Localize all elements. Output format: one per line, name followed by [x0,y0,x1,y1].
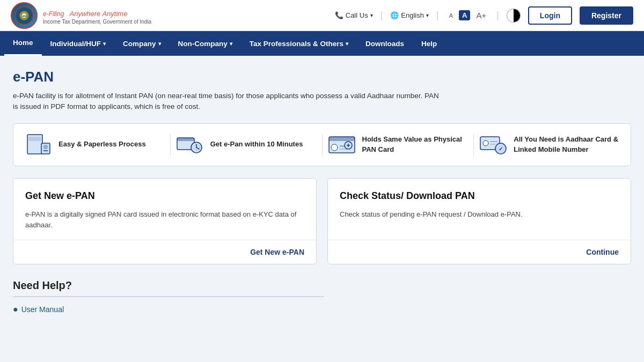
card-get-epan-title: Get New e-PAN [25,190,304,202]
nav-home-label: Home [13,39,33,47]
divider-3: | [496,10,499,21]
nav-bar: Home Individual/HUF ▾ Company ▾ Non-Comp… [0,31,644,56]
user-manual-label: User Manual [21,305,64,314]
feature-speed-text: Get e-Pan within 10 Minutes [210,139,303,149]
nav-tax-caret: ▾ [346,41,348,47]
font-small-button[interactable]: A [447,11,456,20]
register-button[interactable]: Register [580,6,633,25]
font-large-button[interactable]: A+ [473,10,489,21]
pan-card-icon [328,134,356,156]
phone-icon: 📞 [335,11,343,19]
svg-text:भारत: भारत [22,14,27,17]
feature-value-text: Holds Same Value as Physical PAN Card [362,135,469,154]
call-us-caret: ▾ [370,12,373,18]
nav-help[interactable]: Help [413,31,445,56]
nav-company-label: Company [123,40,156,48]
card-get-new-epan: Get New e-PAN e-PAN is a digitally signe… [13,178,317,265]
feature-aadhaar: ✓ All You Need is Aadhaar Card & Linked … [479,134,620,156]
call-us-label: Call Us [346,11,368,19]
logo-efiling-text: e-Filing Anywhere Anytime [43,6,151,19]
nav-company-caret: ▾ [158,41,161,47]
continue-button[interactable]: Continue [586,248,619,256]
svg-point-16 [331,144,338,151]
logo-emblem: भारत [11,2,38,29]
divider-2: | [436,10,439,21]
main-content: e-PAN e-PAN facility is for allotment of… [0,56,644,264]
card-check-status: Check Status/ Download PAN Check status … [327,178,631,265]
svg-rect-24 [490,141,497,142]
feature-aadhaar-text: All You Need is Aadhaar Card & Linked Mo… [514,135,620,154]
svg-rect-25 [490,144,495,145]
nav-non-company-label: Non-Company [178,40,228,48]
get-new-epan-button[interactable]: Get New e-PAN [250,248,304,256]
help-user-manual-link[interactable]: ● User Manual [13,305,631,314]
nav-downloads[interactable]: Downloads [357,31,413,56]
logo-main-text: e-Filing [43,10,64,18]
font-medium-button[interactable]: A [459,10,470,20]
svg-point-7 [43,145,48,149]
lang-caret: ▾ [426,12,429,18]
login-button[interactable]: Login [528,6,572,25]
document-icon [24,134,52,156]
globe-icon: 🌐 [390,11,399,19]
logo-area: भारत e-Filing Anywhere Anytime Income Ta… [11,2,151,29]
divider-1: | [380,10,383,21]
page-title: e-PAN [13,69,631,85]
help-section: Need Help? ● User Manual [0,279,644,325]
feature-value: Holds Same Value as Physical PAN Card [328,134,469,156]
nav-individual-caret: ▾ [103,41,106,47]
svg-text:✓: ✓ [499,146,503,152]
feature-paperless: Easy & Paperless Process [24,134,165,156]
bullet-icon: ● [13,305,18,314]
svg-rect-15 [329,137,355,141]
card-check-status-description: Check status of pending e-PAN request / … [340,209,619,220]
nav-home[interactable]: Home [4,31,42,56]
card-check-status-body: Check Status/ Download PAN Check status … [328,179,631,240]
nav-company[interactable]: Company ▾ [114,31,170,56]
logo-tagline: Anywhere Anytime [69,10,127,18]
feature-divider-3 [473,134,474,156]
clock-card-icon [176,134,204,156]
card-check-status-title: Check Status/ Download PAN [340,190,619,202]
page-description: e-PAN facility is for allotment of Insta… [13,91,442,113]
nav-individual-label: Individual/HUF [50,40,101,48]
svg-rect-5 [28,137,41,141]
aadhaar-icon: ✓ [479,134,507,156]
nav-individual-huf[interactable]: Individual/HUF ▾ [42,31,115,56]
card-check-status-footer: Continue [328,240,631,264]
card-get-epan-body: Get New e-PAN e-PAN is a digitally signe… [13,179,316,240]
nav-non-company-caret: ▾ [230,41,232,47]
nav-help-label: Help [421,40,437,48]
call-us-button[interactable]: 📞 Call Us ▾ [335,11,373,19]
card-get-epan-description: e-PAN is a digitally signed PAN card iss… [25,209,304,232]
logo-subtitle: Income Tax Department, Government of Ind… [43,19,151,25]
feature-speed: Get e-Pan within 10 Minutes [176,134,317,156]
nav-tax-professionals-label: Tax Professionals & Others [250,40,343,48]
features-banner: Easy & Paperless Process Get e-Pan withi… [13,123,631,166]
logo-text: e-Filing Anywhere Anytime Income Tax Dep… [43,6,151,25]
top-right-controls: 📞 Call Us ▾ | 🌐 English ▾ | A A A+ | Log… [335,6,633,25]
language-selector[interactable]: 🌐 English ▾ [390,11,429,19]
feature-divider-1 [170,134,171,156]
nav-tax-professionals[interactable]: Tax Professionals & Others ▾ [241,31,357,56]
help-title: Need Help? [13,279,631,292]
contrast-button[interactable] [507,9,521,23]
nav-non-company[interactable]: Non-Company ▾ [170,31,241,56]
language-label: English [401,11,424,19]
cards-row: Get New e-PAN e-PAN is a digitally signe… [13,178,631,265]
svg-rect-10 [177,138,194,141]
feature-divider-2 [322,134,323,156]
nav-downloads-label: Downloads [365,40,404,48]
card-get-epan-footer: Get New e-PAN [13,240,316,264]
help-divider [13,296,324,297]
svg-point-23 [483,141,488,146]
feature-paperless-text: Easy & Paperless Process [58,139,146,149]
top-bar: भारत e-Filing Anywhere Anytime Income Ta… [0,0,644,31]
font-controls: A A A+ [447,10,489,21]
